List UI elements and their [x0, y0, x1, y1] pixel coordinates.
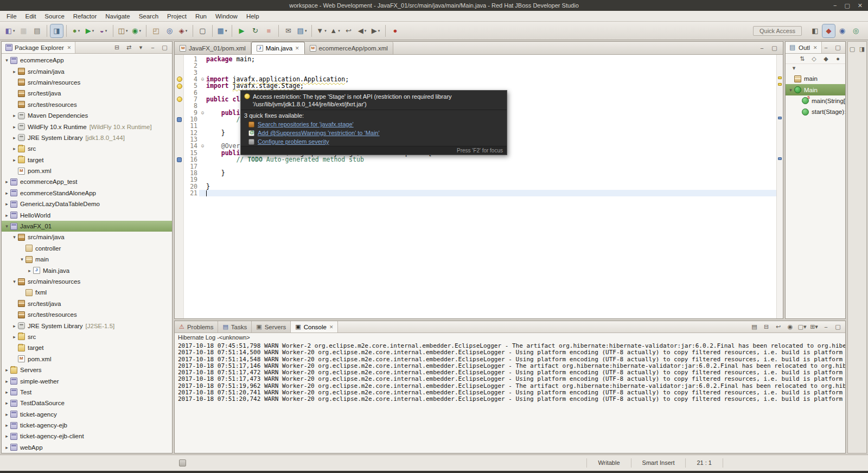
menu-file[interactable]: File	[2, 12, 21, 21]
menu-project[interactable]: Project	[163, 12, 191, 21]
expand-arrow-icon[interactable]: ▸	[11, 113, 18, 118]
forward-button[interactable]: ▶▾	[369, 24, 382, 37]
console-output[interactable]: 2017-10-18 07:45:51,798 WARN Worker-2 or…	[175, 342, 845, 453]
word-wrap-button[interactable]: ↩	[774, 323, 782, 331]
tree-item[interactable]: ▸ticket-agency	[2, 409, 172, 420]
expand-arrow-icon[interactable]: ▾	[11, 279, 18, 284]
view-menu-button[interactable]: ▾	[137, 43, 145, 52]
expand-arrow-icon[interactable]: ▸	[3, 423, 10, 428]
overview-ruler[interactable]	[776, 55, 783, 318]
search-button[interactable]: ◎	[163, 24, 176, 37]
quick-access-button[interactable]: Quick Access	[753, 26, 802, 36]
editor-tab[interactable]: Main.java✕	[251, 42, 305, 54]
tree-item[interactable]: ▸ticket-agency-ejb-client	[2, 431, 172, 442]
tree-item[interactable]: src/test/resources	[2, 309, 172, 320]
tree-item[interactable]: ▸ecommerceApp_test	[2, 176, 172, 187]
debug-button[interactable]: ●▾	[70, 24, 82, 37]
dropdown-arrow-icon[interactable]: ▾	[126, 29, 128, 33]
code-line[interactable]: 2	[175, 62, 776, 69]
quickfix-link[interactable]: Search repositories for 'javafx.stage'	[258, 121, 354, 127]
tab-package-explorer[interactable]: Package Explorer ✕	[2, 42, 75, 53]
tree-item[interactable]: ▸Maven Dependencies	[2, 110, 172, 121]
last-edit-location-button[interactable]: ↩	[342, 24, 355, 37]
pin-editor-button[interactable]: ◨	[50, 24, 63, 37]
tree-item[interactable]: ▾ecommerceApp	[2, 55, 172, 66]
expand-arrow-icon[interactable]: ▸	[3, 179, 10, 184]
maximize-view-button[interactable]: ▢	[770, 44, 778, 52]
expand-arrow-icon[interactable]: ▸	[26, 268, 33, 273]
maximize-view-button[interactable]: ▢	[161, 43, 169, 52]
maximize-view-button[interactable]: ▢	[834, 43, 842, 52]
expand-arrow-icon[interactable]: ▸	[3, 379, 10, 384]
tree-item[interactable]: pom.xml	[2, 165, 172, 176]
expand-arrow-icon[interactable]: ▾	[18, 257, 25, 262]
expand-arrow-icon[interactable]: ▸	[11, 69, 18, 74]
tree-item[interactable]: start(Stage) : void	[786, 106, 845, 117]
tree-item[interactable]: ▸Main.java	[2, 265, 172, 276]
hide-static-button[interactable]: ◆	[822, 55, 830, 63]
close-icon[interactable]: ✕	[329, 324, 334, 330]
code-line[interactable]: 16 // TODO Auto-generated method stub	[175, 156, 776, 163]
tree-item[interactable]: ▸HelloWorld	[2, 209, 172, 220]
tree-item[interactable]: controller	[2, 243, 172, 254]
minimize-button[interactable]: −	[833, 2, 837, 9]
view-menu-chevron-icon[interactable]: ▾	[790, 64, 798, 72]
close-button[interactable]: ✕	[858, 2, 863, 9]
tree-item[interactable]: ▸Servers	[2, 365, 172, 375]
task-marker-icon[interactable]	[177, 157, 182, 162]
dropdown-arrow-icon[interactable]: ▾	[305, 29, 307, 33]
minimize-view-button[interactable]: −	[149, 43, 157, 52]
clear-console-button[interactable]: ▤	[750, 323, 758, 331]
warning-marker-icon[interactable]	[177, 76, 182, 82]
expand-arrow-icon[interactable]: ▸	[3, 367, 10, 373]
fold-collapse-icon[interactable]: ⊖	[199, 110, 206, 116]
run-server-button[interactable]: ▶	[235, 24, 248, 37]
minimized-view-icon[interactable]: ◨	[858, 45, 866, 53]
code-line[interactable]: 18 }	[175, 170, 776, 176]
tree-item[interactable]: ▾src/main/resources	[2, 276, 172, 287]
warn-overview-mark[interactable]	[778, 83, 782, 86]
menu-run[interactable]: Run	[191, 12, 211, 21]
expand-arrow-icon[interactable]: ▸	[11, 323, 18, 329]
tab-console[interactable]: ▣Console✕	[291, 321, 338, 333]
back-button[interactable]: ◀▾	[356, 24, 368, 37]
dropdown-arrow-icon[interactable]: ▾	[338, 29, 340, 33]
tree-item[interactable]: ▸Test	[2, 387, 172, 398]
tree-item[interactable]: ▸src	[2, 143, 172, 154]
web-perspective-button[interactable]: ◎	[850, 24, 862, 37]
expand-arrow-icon[interactable]: ▸	[3, 190, 10, 196]
expand-arrow-icon[interactable]: ▸	[11, 157, 18, 163]
minimize-view-button[interactable]: −	[822, 43, 830, 52]
tab-tasks[interactable]: ▤Tasks	[218, 321, 252, 333]
dropdown-arrow-icon[interactable]: ▾	[78, 29, 80, 33]
warning-marker-icon[interactable]	[177, 84, 182, 89]
close-icon[interactable]: ✕	[67, 45, 72, 50]
database-button[interactable]: ▤▾	[296, 24, 308, 37]
coverage-button[interactable]: ◒▾	[97, 24, 110, 37]
tree-item[interactable]: ▾main	[2, 254, 172, 265]
tree-item[interactable]: ▾src/main/java	[2, 232, 172, 242]
expand-arrow-icon[interactable]: ▾	[3, 223, 10, 229]
link-with-editor-button[interactable]: ⇄	[125, 43, 133, 52]
expand-arrow-icon[interactable]: ▾	[3, 57, 10, 63]
tree-item[interactable]: ▸TestDataSource	[2, 398, 172, 408]
new-java-project-button[interactable]: ◫▾	[117, 24, 129, 37]
quickfix-link[interactable]: Add @SuppressWarnings 'restriction' to '…	[258, 130, 380, 136]
save-button[interactable]: ▦	[17, 24, 30, 37]
expand-arrow-icon[interactable]: ▸	[3, 213, 10, 218]
tree-item[interactable]: ▸simple-wether	[2, 375, 172, 386]
task-marker-icon[interactable]	[177, 117, 182, 122]
close-icon[interactable]: ✕	[295, 46, 299, 51]
editor-tab[interactable]: JavaFX_01/pom.xml	[175, 42, 251, 54]
tree-item[interactable]: ▸WildFly 10.x Runtime[WildFly 10.x Runti…	[2, 121, 172, 132]
menu-search[interactable]: Search	[135, 12, 163, 21]
tree-item[interactable]: ▸src/main/java	[2, 66, 172, 76]
restart-server-button[interactable]: ↻	[249, 24, 261, 37]
code-line[interactable]: 17	[175, 163, 776, 170]
dropdown-arrow-icon[interactable]: ▾	[139, 29, 141, 33]
next-annotation-button[interactable]: ▼▾	[315, 24, 328, 37]
open-perspective-button[interactable]: ◧	[809, 24, 821, 37]
code-line[interactable]: 20}	[175, 183, 776, 190]
task-overview-mark[interactable]	[778, 157, 782, 160]
tree-item[interactable]: src/test/java	[2, 88, 172, 99]
